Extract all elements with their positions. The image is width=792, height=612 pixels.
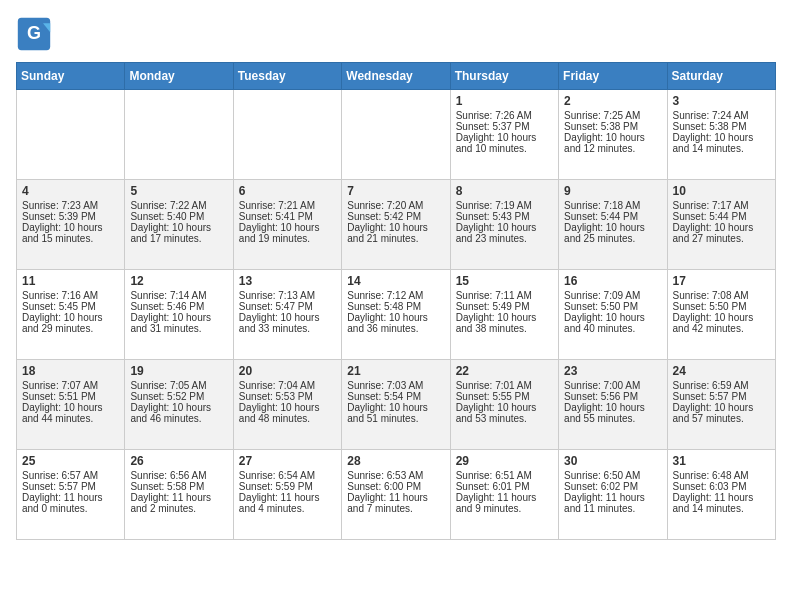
cell-info-line: Sunrise: 6:53 AM xyxy=(347,470,444,481)
calendar-week-row: 25Sunrise: 6:57 AMSunset: 5:57 PMDayligh… xyxy=(17,450,776,540)
calendar-cell xyxy=(342,90,450,180)
cell-info-line: Daylight: 10 hours xyxy=(456,222,553,233)
cell-info-line: Sunrise: 7:14 AM xyxy=(130,290,227,301)
cell-info-line: and 33 minutes. xyxy=(239,323,336,334)
calendar-cell: 21Sunrise: 7:03 AMSunset: 5:54 PMDayligh… xyxy=(342,360,450,450)
cell-info-line: Sunrise: 7:00 AM xyxy=(564,380,661,391)
day-number: 30 xyxy=(564,454,661,468)
cell-info-line: Daylight: 10 hours xyxy=(22,402,119,413)
cell-info-line: Sunrise: 7:20 AM xyxy=(347,200,444,211)
cell-info-line: and 27 minutes. xyxy=(673,233,770,244)
cell-info-line: Daylight: 10 hours xyxy=(347,222,444,233)
cell-info-line: Sunrise: 7:18 AM xyxy=(564,200,661,211)
cell-info-line: Sunset: 5:57 PM xyxy=(673,391,770,402)
cell-info-line: Sunset: 5:43 PM xyxy=(456,211,553,222)
cell-info-line: and 14 minutes. xyxy=(673,143,770,154)
cell-info-line: Sunset: 5:59 PM xyxy=(239,481,336,492)
calendar-cell: 11Sunrise: 7:16 AMSunset: 5:45 PMDayligh… xyxy=(17,270,125,360)
cell-info-line: and 10 minutes. xyxy=(456,143,553,154)
cell-info-line: Sunrise: 6:50 AM xyxy=(564,470,661,481)
calendar-cell: 10Sunrise: 7:17 AMSunset: 5:44 PMDayligh… xyxy=(667,180,775,270)
cell-info-line: Daylight: 10 hours xyxy=(456,402,553,413)
day-number: 21 xyxy=(347,364,444,378)
cell-info-line: Daylight: 10 hours xyxy=(239,222,336,233)
cell-info-line: Sunrise: 7:08 AM xyxy=(673,290,770,301)
cell-info-line: Daylight: 11 hours xyxy=(456,492,553,503)
day-number: 28 xyxy=(347,454,444,468)
cell-info-line: Sunrise: 7:22 AM xyxy=(130,200,227,211)
calendar-cell: 12Sunrise: 7:14 AMSunset: 5:46 PMDayligh… xyxy=(125,270,233,360)
calendar-cell: 23Sunrise: 7:00 AMSunset: 5:56 PMDayligh… xyxy=(559,360,667,450)
cell-info-line: and 4 minutes. xyxy=(239,503,336,514)
cell-info-line: Sunset: 5:48 PM xyxy=(347,301,444,312)
cell-info-line: and 23 minutes. xyxy=(456,233,553,244)
calendar-cell: 26Sunrise: 6:56 AMSunset: 5:58 PMDayligh… xyxy=(125,450,233,540)
cell-info-line: Sunset: 5:54 PM xyxy=(347,391,444,402)
cell-info-line: Daylight: 10 hours xyxy=(130,402,227,413)
calendar-cell: 9Sunrise: 7:18 AMSunset: 5:44 PMDaylight… xyxy=(559,180,667,270)
cell-info-line: Sunrise: 7:03 AM xyxy=(347,380,444,391)
day-number: 12 xyxy=(130,274,227,288)
cell-info-line: Sunset: 5:55 PM xyxy=(456,391,553,402)
cell-info-line: Sunrise: 7:21 AM xyxy=(239,200,336,211)
calendar-cell: 31Sunrise: 6:48 AMSunset: 6:03 PMDayligh… xyxy=(667,450,775,540)
cell-info-line: and 17 minutes. xyxy=(130,233,227,244)
logo-icon: G xyxy=(16,16,52,52)
day-number: 19 xyxy=(130,364,227,378)
calendar-cell: 13Sunrise: 7:13 AMSunset: 5:47 PMDayligh… xyxy=(233,270,341,360)
calendar-table: SundayMondayTuesdayWednesdayThursdayFrid… xyxy=(16,62,776,540)
cell-info-line: and 40 minutes. xyxy=(564,323,661,334)
calendar-cell: 6Sunrise: 7:21 AMSunset: 5:41 PMDaylight… xyxy=(233,180,341,270)
cell-info-line: Sunset: 5:44 PM xyxy=(673,211,770,222)
cell-info-line: and 12 minutes. xyxy=(564,143,661,154)
cell-info-line: Sunrise: 6:54 AM xyxy=(239,470,336,481)
day-number: 9 xyxy=(564,184,661,198)
cell-info-line: Daylight: 10 hours xyxy=(22,222,119,233)
calendar-cell: 7Sunrise: 7:20 AMSunset: 5:42 PMDaylight… xyxy=(342,180,450,270)
cell-info-line: Daylight: 10 hours xyxy=(673,402,770,413)
day-number: 7 xyxy=(347,184,444,198)
calendar-week-row: 18Sunrise: 7:07 AMSunset: 5:51 PMDayligh… xyxy=(17,360,776,450)
cell-info-line: and 42 minutes. xyxy=(673,323,770,334)
cell-info-line: and 51 minutes. xyxy=(347,413,444,424)
cell-info-line: Daylight: 10 hours xyxy=(564,132,661,143)
calendar-cell: 27Sunrise: 6:54 AMSunset: 5:59 PMDayligh… xyxy=(233,450,341,540)
header-thursday: Thursday xyxy=(450,63,558,90)
day-number: 18 xyxy=(22,364,119,378)
header-wednesday: Wednesday xyxy=(342,63,450,90)
calendar-cell: 8Sunrise: 7:19 AMSunset: 5:43 PMDaylight… xyxy=(450,180,558,270)
cell-info-line: and 14 minutes. xyxy=(673,503,770,514)
calendar-cell: 20Sunrise: 7:04 AMSunset: 5:53 PMDayligh… xyxy=(233,360,341,450)
cell-info-line: Daylight: 11 hours xyxy=(22,492,119,503)
cell-info-line: Sunrise: 7:01 AM xyxy=(456,380,553,391)
cell-info-line: and 7 minutes. xyxy=(347,503,444,514)
cell-info-line: Sunset: 5:58 PM xyxy=(130,481,227,492)
day-number: 23 xyxy=(564,364,661,378)
calendar-cell: 4Sunrise: 7:23 AMSunset: 5:39 PMDaylight… xyxy=(17,180,125,270)
day-number: 27 xyxy=(239,454,336,468)
calendar-header-row: SundayMondayTuesdayWednesdayThursdayFrid… xyxy=(17,63,776,90)
cell-info-line: Sunset: 5:50 PM xyxy=(564,301,661,312)
calendar-cell: 29Sunrise: 6:51 AMSunset: 6:01 PMDayligh… xyxy=(450,450,558,540)
calendar-cell: 28Sunrise: 6:53 AMSunset: 6:00 PMDayligh… xyxy=(342,450,450,540)
cell-info-line: Sunrise: 7:11 AM xyxy=(456,290,553,301)
cell-info-line: Sunrise: 6:56 AM xyxy=(130,470,227,481)
calendar-week-row: 4Sunrise: 7:23 AMSunset: 5:39 PMDaylight… xyxy=(17,180,776,270)
day-number: 24 xyxy=(673,364,770,378)
cell-info-line: and 55 minutes. xyxy=(564,413,661,424)
cell-info-line: Sunrise: 6:59 AM xyxy=(673,380,770,391)
cell-info-line: Sunset: 5:44 PM xyxy=(564,211,661,222)
day-number: 15 xyxy=(456,274,553,288)
cell-info-line: Sunset: 5:49 PM xyxy=(456,301,553,312)
day-number: 25 xyxy=(22,454,119,468)
cell-info-line: Daylight: 10 hours xyxy=(239,312,336,323)
cell-info-line: and 44 minutes. xyxy=(22,413,119,424)
cell-info-line: Sunset: 5:38 PM xyxy=(673,121,770,132)
cell-info-line: Sunrise: 7:04 AM xyxy=(239,380,336,391)
cell-info-line: Daylight: 10 hours xyxy=(673,132,770,143)
day-number: 2 xyxy=(564,94,661,108)
calendar-cell: 25Sunrise: 6:57 AMSunset: 5:57 PMDayligh… xyxy=(17,450,125,540)
header-monday: Monday xyxy=(125,63,233,90)
day-number: 22 xyxy=(456,364,553,378)
cell-info-line: Sunset: 6:01 PM xyxy=(456,481,553,492)
